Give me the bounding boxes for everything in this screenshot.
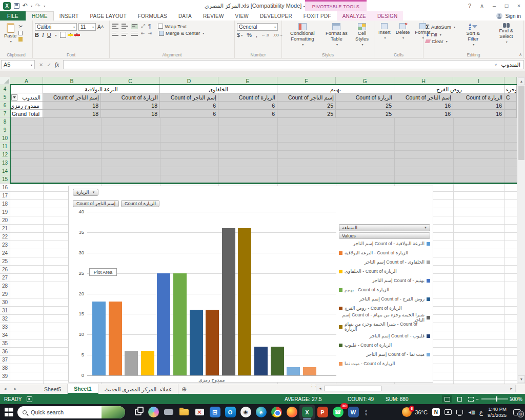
scroll-right-icon[interactable]: ► (508, 386, 515, 391)
pivot-value-cell[interactable]: 18 (43, 102, 101, 110)
chart-field-button-2[interactable]: Count of الزيارة (121, 200, 159, 207)
insert-cells-button[interactable]: Insert▾ (376, 22, 393, 52)
search-highlight-image[interactable] (102, 406, 125, 418)
sheet-nav-left-icon[interactable]: ◄ (0, 384, 10, 394)
legend-item[interactable]: الخلفاوى - Count of إسم التاجر (339, 257, 430, 267)
row-header-11[interactable]: 11 (0, 143, 10, 151)
chart-bar[interactable] (109, 302, 122, 375)
cell-styles-button[interactable]: Cell Styles ▾ (352, 22, 372, 52)
row-header-34[interactable]: 34 (0, 331, 10, 339)
row-header-8[interactable]: 8 (0, 118, 10, 126)
pivot-row-field-cell[interactable]: المندوب (10, 93, 43, 102)
ribbon-tab-analyze[interactable]: ANALYZE (337, 11, 372, 21)
pivot-value-cell[interactable]: 6 (160, 102, 218, 110)
ribbon-tab-formulas[interactable]: FORMULAS (132, 11, 173, 21)
close-button[interactable]: × (513, 0, 525, 11)
pivot-value-cell-partial[interactable] (504, 102, 517, 110)
taskbar-app-outlook[interactable]: O (223, 405, 238, 419)
row-header-7[interactable]: 7 (0, 110, 10, 118)
decrease-indent-icon[interactable]: ⇤ (141, 31, 145, 36)
autosum-button[interactable]: ΣAutoSum▾ (426, 23, 455, 31)
align-top-icon[interactable] (112, 24, 118, 29)
align-bottom-icon[interactable] (131, 24, 138, 29)
merge-center-button[interactable]: Merge & Center▾ (159, 30, 204, 36)
pivot-value-header[interactable]: Count of الزيارة (218, 93, 277, 102)
align-center-icon[interactable] (122, 31, 128, 36)
text-direction-icon[interactable]: ¶ (148, 24, 151, 29)
taskbar-app-store[interactable]: ⊞ (207, 405, 223, 419)
font-size-combo[interactable]: 11▾ (78, 23, 96, 31)
scroll-up-icon[interactable]: ▲ (518, 77, 525, 85)
row-header-23[interactable]: 23 (0, 241, 10, 249)
ribbon-tab-design[interactable]: DESIGN (372, 11, 403, 21)
cancel-entry-icon[interactable]: ✕ (39, 62, 43, 68)
row-header-4[interactable]: 4 (0, 85, 10, 93)
sheet-nav-right-icon[interactable]: ► (10, 384, 21, 394)
weather-widget[interactable]: 6 36°C (402, 407, 428, 417)
row-header-5[interactable]: 5 (0, 93, 10, 102)
comma-format-button[interactable]: , (256, 32, 257, 38)
taskbar-app-powerpoint[interactable]: P (315, 405, 330, 419)
row-header-22[interactable]: 22 (0, 233, 10, 241)
sheet-tab-sheet5[interactable]: Sheet5 (38, 384, 68, 394)
row-header-12[interactable]: 12 (0, 151, 10, 159)
wrap-text-button[interactable]: Wrap Text (158, 24, 186, 29)
chart-bar[interactable] (222, 228, 235, 375)
row-header-25[interactable]: 25 (0, 257, 10, 266)
name-box[interactable]: A5▾ (1, 60, 35, 69)
pivot-value-header[interactable]: Count of الزيارة (453, 93, 504, 102)
tab-split-handle[interactable]: ⋮⋮ (310, 386, 313, 392)
row-header-28[interactable]: 28 (0, 282, 10, 290)
format-as-table-button[interactable]: Format as Table ▾ (323, 22, 350, 52)
pivot-region-header[interactable]: روض الفرج (394, 85, 504, 93)
qat-customize-icon[interactable]: ▾ (44, 4, 45, 8)
pivot-value-cell-partial[interactable] (504, 110, 517, 118)
chart-bar[interactable] (190, 310, 203, 375)
legend-item[interactable]: قليوب - Count of الزيارة (339, 341, 430, 350)
format-painter-icon[interactable] (18, 37, 23, 42)
pivot-value-cell[interactable]: 16 (453, 110, 504, 118)
row-header-15[interactable]: 15 (0, 175, 10, 184)
taskbar-app-whatsapp[interactable]: ☎30 (330, 405, 346, 419)
pivot-value-cell[interactable]: 16 (394, 110, 453, 118)
fill-button[interactable]: ⬇Fill▾ (426, 32, 455, 37)
ribbon-tab-data[interactable]: DATA (173, 11, 197, 21)
legend-item[interactable]: الخلفاوى - Count of الزيارة (339, 267, 430, 276)
scroll-down-icon[interactable]: ▼ (518, 375, 525, 383)
pivot-value-header[interactable]: Count of الزيارة (336, 93, 394, 102)
taskbar-app-book-blocked[interactable]: ✕ (192, 405, 207, 419)
row-header-30[interactable]: 30 (0, 298, 10, 307)
borders-icon[interactable] (60, 32, 66, 38)
row-header-27[interactable]: 27 (0, 274, 10, 282)
row-header-26[interactable]: 26 (0, 266, 10, 274)
paste-button[interactable]: Paste ▾ (2, 22, 18, 44)
legend-item[interactable]: روض الفرج - Count of إسم التاجر (339, 294, 430, 304)
pivot-value-header[interactable]: C (504, 93, 517, 102)
page-layout-view-button[interactable] (454, 395, 465, 403)
start-button[interactable] (0, 404, 17, 420)
font-name-combo[interactable]: Calibri▾ (35, 23, 77, 31)
normal-view-button[interactable] (442, 395, 452, 403)
row-header-36[interactable]: 36 (0, 348, 10, 356)
taskbar-app-copilot[interactable] (146, 405, 161, 419)
row-header-19[interactable]: 19 (0, 208, 10, 216)
minimize-button[interactable]: – (488, 0, 500, 11)
chart-bar[interactable] (141, 351, 154, 375)
horizontal-scrollbar[interactable]: ◄ ► (316, 385, 516, 392)
align-right-icon[interactable] (131, 31, 138, 36)
confirm-entry-icon[interactable]: ✓ (47, 62, 51, 68)
pivot-value-header[interactable]: Count of إسم التاجر (394, 93, 453, 102)
pivot-value-cell[interactable]: 16 (394, 102, 453, 110)
legend-item[interactable]: بهنيم - Count of الزيارة (339, 285, 430, 294)
row-header-10[interactable]: 10 (0, 134, 10, 143)
row-header-21[interactable]: 21 (0, 225, 10, 233)
chart-field-button-1[interactable]: Count of إسم التاجر (73, 200, 119, 207)
fill-color-icon[interactable]: ◇ (69, 33, 72, 37)
vertical-scrollbar[interactable]: ▲ ▼ (517, 77, 525, 384)
volume-tray-icon[interactable]: ◄))) (468, 410, 475, 415)
pivot-value-cell[interactable]: 25 (336, 110, 394, 118)
sheet-tab-sheet1[interactable]: Sheet1 (68, 384, 98, 394)
macro-record-icon[interactable] (27, 396, 32, 402)
name-box-dropdown-icon[interactable]: ▾ (31, 63, 32, 67)
font-color-icon[interactable]: A (75, 33, 79, 37)
